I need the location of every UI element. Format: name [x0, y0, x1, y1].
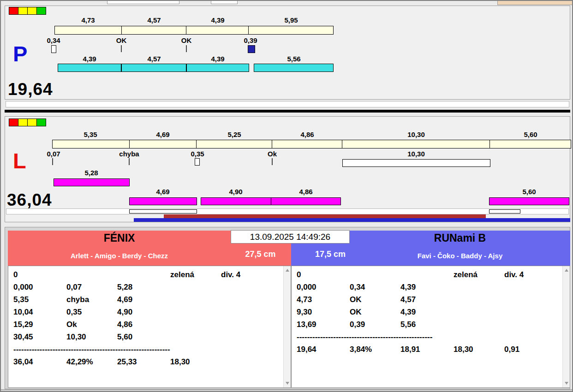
team-dogs: Favi - Čoko - Baddy - Ajsy	[350, 252, 570, 260]
cell: 15,29	[13, 318, 33, 331]
gate-status-label: chyba	[111, 150, 148, 158]
background-window-fragment[interactable]	[107, 1, 179, 4]
cell: 19,64	[297, 343, 316, 356]
gate-status-label: OK	[103, 36, 140, 44]
cell: 25,33	[117, 356, 137, 368]
split-time-label: 4,86	[289, 131, 326, 138]
split-bar-segment	[342, 140, 490, 148]
gate-tick	[52, 158, 53, 165]
gate-status-label: 0,07	[35, 150, 72, 158]
cell: 4,39	[400, 281, 416, 293]
cell: 0	[13, 268, 18, 281]
gate-status-label: 0,39	[232, 36, 269, 44]
cell: 42,29%	[66, 356, 93, 368]
gate-status-label: 10,30	[398, 150, 435, 158]
traffic-light	[9, 119, 46, 126]
background-window-fragment[interactable]	[211, 1, 238, 4]
cell: 4,69	[117, 293, 132, 306]
run-segment	[129, 197, 197, 205]
start-marker-box	[51, 45, 56, 53]
scroll-down-icon[interactable]	[286, 382, 289, 385]
cell: 5,56	[400, 318, 416, 331]
cell: 36,04	[13, 356, 33, 368]
team-category: 27,5 cm	[234, 249, 287, 259]
split-bar	[54, 26, 334, 35]
traffic-light-green	[36, 119, 46, 126]
traffic-light-yellow-1	[18, 119, 28, 126]
traffic-light-green	[36, 7, 46, 15]
gate-status-label: OK	[168, 36, 205, 44]
split-time-label: 5,60	[512, 131, 549, 138]
results-table-right: 0 zelená div. 4 0,000 0,34 4,39 4,73 OK …	[291, 266, 570, 388]
cell: OK	[350, 306, 362, 318]
cell: ----------------------------------------…	[297, 331, 432, 343]
split-time-label: 5,35	[72, 131, 109, 138]
gate-tick	[272, 158, 273, 165]
run-segment	[489, 197, 569, 205]
split-bar-segment	[490, 140, 571, 148]
split-bar-segment	[249, 26, 333, 34]
table-scrollbar[interactable]	[283, 266, 291, 387]
cell: 4,86	[117, 318, 132, 331]
run-segment	[271, 197, 341, 205]
cell: 4,90	[117, 306, 132, 318]
gate-status-label: Ok	[254, 150, 291, 158]
run-time-label: 4,69	[144, 188, 181, 196]
lane-panel-l: 5,35 4,69 5,25 4,86 10,30 5,60 0,07 chyb…	[5, 116, 570, 222]
table-row: 0,000 0,07 5,28	[8, 281, 291, 293]
table-total-row: 19,64 3,84% 18,91 18,30 0,91	[292, 343, 570, 356]
team-dogs: Arlett - Amigo - Berdy - Chezz	[8, 252, 231, 260]
cell: 4,39	[400, 306, 416, 318]
cell: 4,57	[400, 293, 416, 306]
run-segment	[54, 178, 130, 186]
timing-app-window: 4,73 4,57 4,39 5,95 0,34 OK OK 0,39 4,39…	[0, 0, 573, 392]
cell: 0,34	[350, 281, 365, 293]
scroll-down-icon[interactable]	[565, 382, 568, 385]
table-row: 15,29 Ok 4,86	[8, 318, 291, 331]
split-time-label: 4,57	[136, 16, 173, 24]
cell: 0,35	[66, 306, 82, 318]
split-time-label: 5,95	[273, 16, 310, 24]
cell: 5,28	[117, 281, 132, 293]
cell: 18,30	[454, 343, 473, 356]
team-category: 17,5 cm	[305, 249, 356, 259]
empty-progress-strip	[6, 208, 569, 214]
split-bar-segment	[53, 140, 130, 148]
cell: OK	[350, 293, 362, 306]
gate-tick	[129, 158, 130, 165]
table-separator-row: ----------------------------------------…	[8, 343, 291, 356]
split-time-label: 4,73	[70, 16, 107, 24]
cell: 5,60	[117, 331, 132, 343]
results-table-left: 0 zelená div. 4 0,000 0,07 5,28 5,35 chy…	[8, 266, 291, 388]
blue-progress-bar	[134, 218, 570, 222]
table-row: 0 zelená div. 4	[8, 268, 291, 281]
cell: 0,000	[297, 281, 316, 293]
table-row: 9,30 OK 4,39	[292, 306, 570, 318]
gate-status-label: 0,34	[35, 36, 72, 44]
scroll-up-icon[interactable]	[565, 269, 568, 272]
cell: zelená	[170, 268, 194, 281]
team-name: RUNami B	[350, 232, 570, 244]
table-row: 0 zelená div. 4	[292, 268, 570, 281]
background-window-fragment[interactable]	[497, 1, 573, 5]
traffic-light-yellow-1	[18, 7, 28, 15]
lane-letter: L	[13, 150, 26, 172]
cell: 0,000	[13, 281, 33, 293]
cell: div. 4	[504, 268, 524, 281]
cell: Ok	[66, 318, 77, 331]
scroll-up-icon[interactable]	[286, 269, 289, 272]
split-time-label: 10,30	[398, 131, 435, 138]
split-time-label: 5,25	[216, 131, 253, 138]
section-divider	[5, 110, 570, 113]
cell: 13,69	[297, 318, 316, 331]
cell: ----------------------------------------…	[13, 343, 170, 356]
traffic-light	[9, 7, 46, 15]
table-row: 13,69 0,39 5,56	[292, 318, 570, 331]
cell: 9,30	[297, 306, 312, 318]
table-row: 0,000 0,34 4,39	[292, 281, 570, 293]
split-bar-segment	[130, 140, 197, 148]
table-row: 4,73 OK 4,57	[292, 293, 570, 306]
traffic-light-yellow-2	[27, 119, 37, 126]
table-scrollbar[interactable]	[562, 266, 570, 387]
window-bottom-strip	[1, 389, 573, 392]
